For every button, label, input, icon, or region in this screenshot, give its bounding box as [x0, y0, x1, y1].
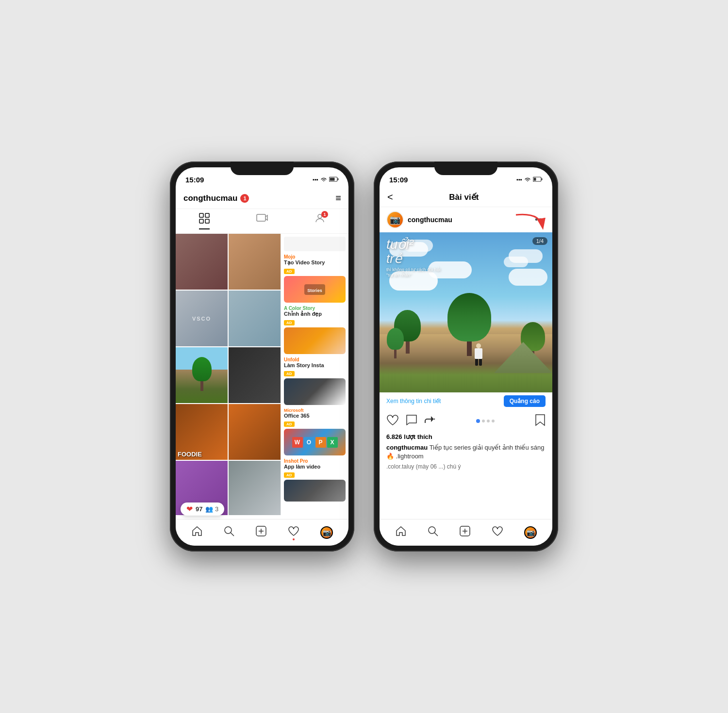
right-status-icons: ▪▪▪	[516, 177, 543, 183]
ad-info-link[interactable]: Xem thông tin chi tiết	[386, 398, 441, 405]
nav-search-left[interactable]	[224, 526, 234, 539]
left-notch	[231, 162, 294, 175]
photo-grid: VSCO	[176, 234, 281, 515]
username-area[interactable]: congthucmau 1	[183, 194, 249, 203]
post-counter: 1/4	[532, 237, 547, 245]
photo-cell-2[interactable]	[229, 234, 281, 290]
nav-home-left[interactable]	[191, 526, 203, 539]
svg-rect-1	[338, 178, 339, 180]
left-screen: 15:09 ▪▪▪ congthucmau 1 ≡	[176, 167, 348, 546]
left-time: 15:09	[185, 176, 204, 184]
post-user-left: 📷 congthucmau	[386, 211, 452, 228]
ad-colorstory[interactable]: A Color Story Chỉnh ảnh đẹp AD	[284, 306, 346, 354]
right-phone: 15:09 ▪▪▪ < Bài viết	[374, 162, 558, 551]
svg-rect-5	[199, 219, 203, 223]
post-title: Bài viết	[449, 192, 479, 202]
comment-button[interactable]	[406, 414, 417, 428]
post-user-row: 📷 congthucmau •••	[380, 207, 552, 232]
ad-inshot-brand: Inshot Pro	[284, 458, 346, 464]
right-bottom-nav: 📷	[380, 519, 552, 546]
dot-1	[476, 419, 480, 423]
photo-cell-vsco[interactable]: VSCO	[176, 291, 228, 346]
photo-cell-4[interactable]	[229, 291, 281, 346]
post-username[interactable]: congthucmau	[408, 216, 452, 224]
nav-heart-left[interactable]	[288, 526, 299, 539]
back-button[interactable]: <	[387, 192, 393, 203]
photo-cell-tree1[interactable]	[176, 347, 228, 403]
right-battery-icon	[533, 177, 543, 183]
ad-unfold-badge: AD	[284, 371, 295, 376]
photo-cell-1[interactable]	[176, 234, 228, 290]
svg-rect-7	[257, 214, 265, 221]
ad-inshot-thumb	[284, 480, 346, 502]
ad-office-brand: Microsoft	[284, 408, 346, 413]
ad-inshot-badge: AD	[284, 472, 295, 478]
menu-button[interactable]: ≡	[335, 193, 341, 204]
share-button[interactable]	[424, 414, 436, 428]
svg-line-19	[434, 533, 438, 536]
post-actions	[380, 410, 552, 432]
cloud-5	[504, 257, 528, 267]
profile-username: congthucmau	[183, 194, 237, 203]
right-signal-icon: ▪▪▪	[516, 177, 522, 182]
caption-username[interactable]: congthucmau	[386, 444, 428, 451]
tab-grid[interactable]	[199, 213, 210, 229]
left-bottom-nav: 📷	[176, 519, 348, 546]
svg-line-10	[231, 533, 234, 536]
svg-rect-16	[534, 178, 536, 180]
nav-add-left[interactable]	[255, 525, 267, 540]
nav-heart-right[interactable]	[492, 526, 503, 539]
left-status-icons: ▪▪▪	[313, 177, 339, 183]
post-caption: congthucmau Tiếp tục series giải quyết ả…	[380, 442, 552, 462]
post-options-button[interactable]: •••	[535, 215, 546, 225]
nav-search-right[interactable]	[428, 526, 438, 539]
ad-unfold-thumb	[284, 378, 346, 405]
profile-tabs: 1	[176, 209, 348, 234]
battery-icon	[329, 177, 339, 183]
svg-rect-3	[199, 213, 203, 217]
ad-mojo-badge: AD	[284, 269, 295, 274]
ad-inshot-name: App làm video	[284, 464, 346, 470]
caption-more: .color.taluy (mày 06 ...) chú ý	[380, 462, 552, 472]
heart-dot	[293, 538, 295, 540]
nav-avatar-right[interactable]: 📷	[524, 526, 537, 539]
right-screen: 15:09 ▪▪▪ < Bài viết	[380, 167, 552, 546]
header-notification-badge: 1	[240, 194, 249, 203]
svg-rect-15	[542, 178, 543, 180]
nav-avatar-left[interactable]: 📷	[320, 526, 333, 539]
ad-mojo-name: Tạo Video Story	[284, 259, 346, 266]
like-button[interactable]	[386, 414, 399, 428]
tab-profile[interactable]: 1	[314, 213, 325, 229]
ad-color-name: Chỉnh ảnh đẹp	[284, 311, 346, 317]
nav-add-right[interactable]	[459, 525, 471, 540]
cloud-7	[509, 269, 547, 286]
dot-2	[482, 420, 485, 422]
ad-mojo[interactable]: Mojo Tạo Video Story AD Stories	[284, 254, 346, 303]
post-text-overlay: tuổi² trẻ thì không có tư cách đòi hỏi "…	[386, 237, 441, 277]
ad-button[interactable]: Quảng cáo	[504, 395, 546, 407]
svg-rect-4	[205, 213, 209, 217]
ad-inshot[interactable]: Inshot Pro App làm video AD	[284, 458, 346, 502]
photo-cell-foodie[interactable]: FOODIE	[176, 404, 228, 460]
post-image[interactable]: tuổi² trẻ thì không có tư cách đòi hỏi "…	[380, 232, 552, 392]
right-time: 15:09	[389, 176, 408, 184]
photo-cell-8[interactable]	[229, 404, 281, 460]
tab-video[interactable]	[256, 213, 268, 229]
ad-office-name: Office 365	[284, 413, 346, 419]
post-avatar[interactable]: 📷	[386, 211, 404, 228]
ad-office-thumb: W O P X	[284, 429, 346, 455]
profile-tab-badge: 1	[321, 211, 328, 218]
nav-home-right[interactable]	[395, 526, 407, 539]
ad-color-badge: AD	[284, 320, 295, 325]
photo-cell-street[interactable]	[229, 461, 281, 515]
ad-office[interactable]: Microsoft Office 365 AD W O P X	[284, 408, 346, 455]
svg-point-18	[429, 527, 435, 534]
wifi-icon	[320, 177, 327, 182]
dot-3	[487, 420, 490, 422]
tree-left-small	[387, 328, 404, 358]
person-figure	[475, 343, 482, 366]
ad-color-thumb	[284, 327, 346, 354]
ad-unfold[interactable]: Unfold Làm Story Insta AD	[284, 357, 346, 405]
save-button[interactable]	[535, 414, 546, 428]
photo-cell-6[interactable]	[229, 347, 281, 403]
